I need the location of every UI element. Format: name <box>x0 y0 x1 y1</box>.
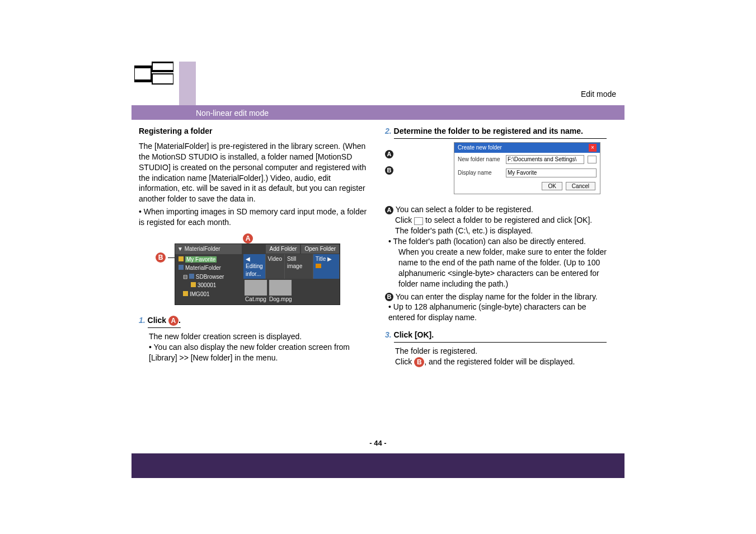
svg-rect-5 <box>152 70 173 72</box>
tree-item[interactable]: SDBrowser <box>196 274 224 280</box>
intro-bullet: • When importing images in SD memory car… <box>139 207 368 228</box>
step-1-num: 1. <box>139 316 145 325</box>
dialog-title: Create new folder <box>458 144 502 152</box>
tree-item[interactable]: 300001 <box>198 282 216 288</box>
thumbnail[interactable] <box>245 280 267 296</box>
open-folder-button[interactable]: Open Folder <box>301 245 339 254</box>
callout-a-top: A <box>243 233 253 243</box>
display-name-input[interactable] <box>506 168 597 177</box>
tab-video[interactable]: Video <box>266 254 285 279</box>
step-2-num: 2. <box>385 127 392 135</box>
page-number: - 44 - <box>0 439 756 447</box>
tab-still[interactable]: Still image <box>285 254 313 279</box>
callout-b-text: B <box>385 293 393 301</box>
section-banner-text: Non-linear edit mode <box>196 109 269 118</box>
heading-registering: Registering a folder <box>139 126 368 137</box>
tree-item[interactable]: MaterialFolder <box>185 265 221 271</box>
logo-strip <box>179 62 196 105</box>
new-folder-name-input[interactable] <box>506 155 584 164</box>
svg-rect-4 <box>152 62 173 63</box>
create-folder-dialog: Create new folder × New folder name Disp… <box>454 142 600 195</box>
step1-line1: The new folder creation screen is displa… <box>149 331 368 342</box>
svg-rect-1 <box>134 66 151 68</box>
step1-bullet: • You can also display the new folder cr… <box>149 342 368 363</box>
callout-a-text: A <box>385 206 393 214</box>
svg-rect-0 <box>134 66 151 82</box>
tree-selected[interactable]: My Favorite <box>185 256 217 263</box>
display-name-label: Display name <box>458 169 503 177</box>
right-column: 2. Determine the folder to be registered… <box>385 126 614 467</box>
step-1-title: Click A. <box>148 315 181 328</box>
callout-b-side: B <box>156 252 166 263</box>
dialog-callout-b: B <box>385 166 393 175</box>
add-folder-button[interactable]: Add Folder <box>266 245 300 254</box>
svg-rect-2 <box>134 79 151 82</box>
bottom-bar <box>132 453 624 478</box>
close-icon[interactable]: × <box>589 144 597 152</box>
folder-icon <box>414 217 423 225</box>
ok-button[interactable]: OK <box>542 182 562 191</box>
dialog-callout-a: A <box>385 150 393 158</box>
step-2-title: Determine the folder to be registered an… <box>394 126 607 139</box>
step-3-num: 3. <box>385 330 392 339</box>
left-column: Registering a folder The [MaterialFolder… <box>139 126 368 467</box>
callout-a-bullet: • The folder's path (location) can also … <box>388 236 614 247</box>
callout-b-bullet: • Up to 128 alphanumeric (single-byte) c… <box>388 302 614 323</box>
thumbnail[interactable] <box>269 280 292 296</box>
badge-b-inline: B <box>414 357 424 367</box>
svg-rect-6 <box>152 74 173 84</box>
step-3-title: Click [OK]. <box>394 330 607 343</box>
content: Registering a folder The [MaterialFolder… <box>139 126 617 467</box>
library-screenshot: A B ▼ MaterialFolder Add Folder Open Fol… <box>156 233 340 305</box>
cancel-button[interactable]: Cancel <box>566 182 595 191</box>
new-folder-name-label: New folder name <box>458 156 503 163</box>
filmstrip-logo <box>134 62 173 89</box>
badge-a-inline: A <box>168 316 179 326</box>
tree-item[interactable]: IMG001 <box>190 291 210 297</box>
intro-paragraph: The [MaterialFolder] is pre-registered i… <box>139 141 368 204</box>
edit-mode-label: Edit mode <box>581 90 616 99</box>
tab-edit[interactable]: Editing infor... <box>246 263 263 277</box>
folder-browse-icon[interactable] <box>588 156 597 163</box>
